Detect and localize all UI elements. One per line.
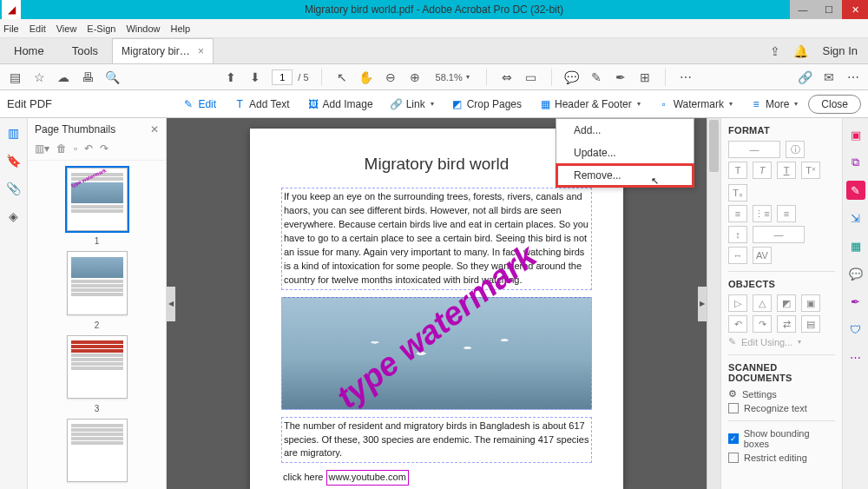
settings-row[interactable]: ⚙ Settings <box>728 388 835 400</box>
arrange-icon[interactable]: ▣ <box>801 294 820 312</box>
link-button[interactable]: 🔗Link▾ <box>384 95 441 114</box>
thumbnail-page-2[interactable] <box>67 251 128 314</box>
collapse-left-icon[interactable]: ◀ <box>167 287 175 321</box>
more-tools-icon[interactable]: ⋯ <box>678 69 694 85</box>
crop-pages-button[interactable]: ◩Crop Pages <box>444 95 529 114</box>
bullets-icon[interactable]: ≡ <box>728 205 747 222</box>
align-icon[interactable]: ≡ <box>777 205 796 222</box>
more-button[interactable]: ≡More▾ <box>743 95 805 114</box>
replace-img-icon[interactable]: ⇄ <box>777 315 796 333</box>
thumb-rotate-ccw-icon[interactable]: ↶ <box>84 142 93 155</box>
flip-h-icon[interactable]: ▷ <box>728 294 747 312</box>
minimize-button[interactable]: — <box>790 0 816 19</box>
add-text-button[interactable]: TAdd Text <box>227 95 296 114</box>
font-info-icon[interactable]: ⓘ <box>786 141 805 158</box>
sidebar-toggle-icon[interactable]: ▤ <box>7 69 23 85</box>
zoom-out-icon[interactable]: ⊖ <box>383 69 398 85</box>
superscript-icon[interactable]: Tˣ <box>801 162 820 179</box>
protect-icon[interactable]: 🛡 <box>846 320 865 339</box>
numbering-icon[interactable]: ⋮≡ <box>753 205 772 222</box>
watermark-remove-item[interactable]: Remove... ↖ <box>556 164 694 187</box>
stamp-icon[interactable]: ⊞ <box>637 69 653 85</box>
thumbnails-list[interactable]: type watermark 1 2 3 <box>28 161 166 489</box>
thumbnail-page-1[interactable]: type watermark <box>67 168 128 231</box>
menu-view[interactable]: View <box>56 23 77 34</box>
thumbnails-rail-icon[interactable]: ▥ <box>6 125 22 141</box>
zoom-select[interactable]: 58.1% ▾ <box>431 70 474 84</box>
spacing-value[interactable]: — <box>753 226 805 243</box>
comment-rail-icon[interactable]: 💬 <box>846 264 865 283</box>
collapse-right-icon[interactable]: ▶ <box>698 287 707 321</box>
restrict-editing-checkbox[interactable]: Restrict editing <box>728 453 835 463</box>
share-icon[interactable]: ⇪ <box>767 43 783 59</box>
create-pdf-icon[interactable]: ▣ <box>846 125 865 144</box>
attachment-rail-icon[interactable]: 📎 <box>6 181 22 196</box>
doc-image[interactable] <box>281 297 592 410</box>
font-family-select[interactable]: — <box>728 141 780 158</box>
doc-link[interactable]: www.youtube.com <box>326 470 409 486</box>
link-share-icon[interactable]: 🔗 <box>797 69 812 85</box>
bell-icon[interactable]: 🔔 <box>793 43 809 59</box>
doc-paragraph-1[interactable]: If you keep an eye on the surrounding tr… <box>281 188 592 290</box>
sign-in-link[interactable]: Sign In <box>823 44 858 57</box>
overflow-icon[interactable]: ⋯ <box>845 69 861 85</box>
add-image-button[interactable]: 🖼Add Image <box>300 95 380 114</box>
watermark-add-item[interactable]: Add... <box>556 119 694 142</box>
more-tools-rail-icon[interactable]: ⋯ <box>846 347 865 367</box>
subscript-icon[interactable]: Tₓ <box>728 184 747 202</box>
menu-window[interactable]: Window <box>126 23 160 34</box>
menu-help[interactable]: Help <box>171 23 191 34</box>
sign-icon[interactable]: ✒ <box>613 69 628 85</box>
tab-close-icon[interactable]: × <box>198 45 204 57</box>
recognize-text-checkbox[interactable]: Recognize text <box>728 403 835 413</box>
line-spacing-icon[interactable]: ↕ <box>728 226 747 243</box>
fit-page-icon[interactable]: ▭ <box>523 69 539 85</box>
close-window-button[interactable]: ✕ <box>842 0 868 19</box>
search-icon[interactable]: 🔍 <box>104 69 120 85</box>
flip-v-icon[interactable]: △ <box>753 294 772 312</box>
hand-tool-icon[interactable]: ✋ <box>358 69 374 85</box>
comment-icon[interactable]: 💬 <box>564 69 580 85</box>
fill-sign-icon[interactable]: ✒ <box>846 292 865 311</box>
align-obj-icon[interactable]: ▤ <box>801 315 820 333</box>
email-icon[interactable]: ✉ <box>821 69 837 85</box>
select-tool-icon[interactable]: ↖ <box>334 69 350 85</box>
thumb-delete-icon[interactable]: 🗑 <box>56 142 67 155</box>
close-editpdf-button[interactable]: Close <box>808 95 861 114</box>
edit-button[interactable]: ✎Edit <box>175 95 223 114</box>
thumbnail-page-4[interactable] <box>67 419 128 482</box>
star-icon[interactable]: ☆ <box>31 69 47 85</box>
rotate-ccw-icon[interactable]: ↶ <box>728 315 747 333</box>
doc-link-line[interactable]: click here www.youtube.com <box>281 468 592 487</box>
organize-icon[interactable]: ▦ <box>846 236 865 255</box>
highlight-icon[interactable]: ✎ <box>589 69 604 85</box>
thumbnail-page-3[interactable] <box>67 335 128 399</box>
save-cloud-icon[interactable]: ☁ <box>56 69 71 85</box>
doc-paragraph-2[interactable]: The number of resident and migratory bir… <box>281 417 592 464</box>
tab-document[interactable]: Migratory bird worl... × <box>112 38 214 63</box>
tab-tools[interactable]: Tools <box>58 38 112 63</box>
header-footer-button[interactable]: ▦Header & Footer▾ <box>532 95 648 114</box>
crop-obj-icon[interactable]: ◩ <box>777 294 796 312</box>
page-down-icon[interactable]: ⬇ <box>247 69 263 85</box>
thumbnails-close-icon[interactable]: ✕ <box>150 123 159 135</box>
fit-width-icon[interactable]: ⇔ <box>499 69 515 85</box>
menu-file[interactable]: File <box>3 23 19 34</box>
print-icon[interactable]: 🖶 <box>80 69 95 85</box>
rotate-cw-icon[interactable]: ↷ <box>753 315 772 333</box>
edit-pdf-rail-icon[interactable]: ✎ <box>846 181 865 200</box>
watermark-update-item[interactable]: Update... <box>556 142 694 164</box>
bookmark-rail-icon[interactable]: 🔖 <box>6 153 22 169</box>
thumb-new-icon[interactable]: ▫ <box>74 142 77 155</box>
italic-icon[interactable]: T <box>753 162 772 179</box>
vertical-scrollbar[interactable] <box>707 118 720 489</box>
combine-icon[interactable]: ⧉ <box>846 153 865 172</box>
tab-home[interactable]: Home <box>0 38 58 63</box>
menu-esign[interactable]: E-Sign <box>87 23 115 34</box>
hscale-icon[interactable]: AV <box>753 247 772 264</box>
watermark-button[interactable]: ▫Watermark▾ <box>651 95 740 114</box>
zoom-in-icon[interactable]: ⊕ <box>407 69 423 85</box>
page-number-input[interactable] <box>272 69 293 85</box>
show-bounding-boxes-checkbox[interactable]: ✓Show bounding boxes <box>728 428 835 449</box>
page-up-icon[interactable]: ⬆ <box>223 69 239 85</box>
